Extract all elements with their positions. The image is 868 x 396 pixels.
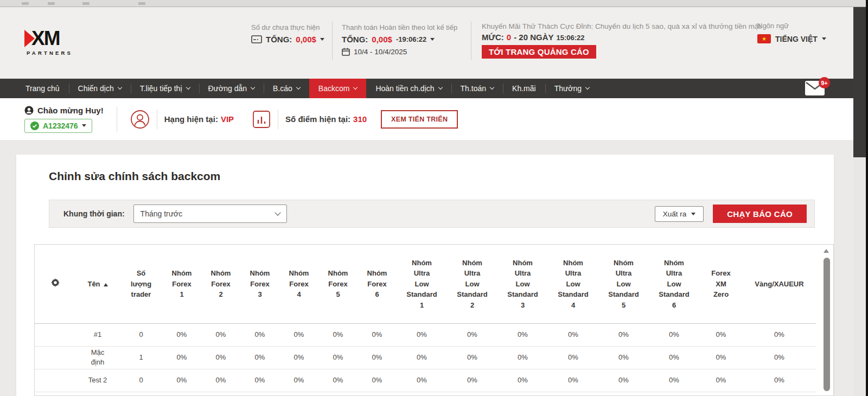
rate-cell: 0% bbox=[162, 323, 201, 346]
column-header-ultra-1[interactable]: Nhóm Ultra Low Standard 1 bbox=[397, 245, 447, 323]
table-scrollbar-thumb[interactable] bbox=[824, 258, 830, 391]
nav-label: Hoàn tiền ch.dịch bbox=[375, 84, 434, 93]
promo-cta-button[interactable]: TỚI TRANG QUẢNG CÁO bbox=[482, 45, 596, 59]
timeframe-select[interactable]: Tháng trước bbox=[133, 205, 287, 223]
backcom-policy-table: Tên Số lượng trader Nhóm Forex 1 Nhóm Fo… bbox=[35, 245, 816, 392]
column-header-forex-1[interactable]: Nhóm Forex 1 bbox=[162, 245, 201, 323]
view-progress-button[interactable]: XEM TIẾN TRIỂN bbox=[381, 110, 458, 129]
greeting-block: Chào mừng Huy! A1232476 bbox=[24, 106, 104, 133]
nav-item-tlieu-tiep-thi[interactable]: T.liệu tiếp thị bbox=[131, 79, 199, 98]
column-header-name[interactable]: Tên bbox=[75, 245, 120, 323]
nav-label: Kh.mãi bbox=[512, 84, 536, 93]
chevron-down-icon bbox=[353, 85, 358, 90]
promo-countdown: 15:06:22 bbox=[556, 34, 584, 42]
chevron-down-icon bbox=[117, 85, 122, 90]
column-header-forex-2[interactable]: Nhóm Forex 2 bbox=[201, 245, 240, 323]
browser-toolbar-remnant bbox=[0, 0, 868, 7]
points-value: 310 bbox=[353, 114, 367, 124]
nav-label: B.cáo bbox=[273, 84, 292, 93]
column-header-forex-3[interactable]: Nhóm Forex 3 bbox=[240, 245, 279, 323]
rate-cell: 0% bbox=[358, 346, 397, 369]
rate-cell: 0% bbox=[743, 323, 816, 346]
column-settings-header bbox=[35, 245, 75, 323]
next-rebate-dropdown[interactable]: TỔNG: 0,00$ -19:06:22 bbox=[342, 35, 457, 44]
content-card: Chỉnh sửa chính sách backcom Khung thời … bbox=[16, 155, 834, 396]
column-header-traders[interactable]: Số lượng trader bbox=[120, 245, 162, 323]
nav-item-thuong[interactable]: Thưởng bbox=[545, 79, 598, 98]
pending-balance-section: Số dư chưa thực hiện TỔNG: 0,00$ bbox=[251, 23, 324, 44]
rate-cell: 0% bbox=[279, 346, 318, 369]
rate-cell: 0% bbox=[649, 323, 699, 346]
column-header-forex-6[interactable]: Nhóm Forex 6 bbox=[358, 245, 397, 323]
pending-total-amount: 0,00$ bbox=[296, 35, 316, 44]
policy-name-cell: #1 bbox=[75, 323, 120, 346]
export-button[interactable]: Xuất ra bbox=[655, 206, 704, 222]
chevron-down-icon bbox=[186, 85, 190, 90]
column-label: Nhóm Forex 5 bbox=[328, 268, 348, 300]
nav-item-trang-chu[interactable]: Trang chủ bbox=[16, 79, 69, 98]
rate-cell: 0% bbox=[318, 369, 358, 392]
column-header-ultra-4[interactable]: Nhóm Ultra Low Standard 4 bbox=[548, 245, 598, 323]
nav-item-khmai[interactable]: Kh.mãi bbox=[503, 79, 545, 98]
column-header-xm-zero[interactable]: Forex XM Zero bbox=[699, 245, 743, 323]
rate-cell: 0% bbox=[699, 323, 743, 346]
toolbar-icon-fragment bbox=[82, 2, 90, 5]
pending-balance-dropdown[interactable]: TỔNG: 0,00$ bbox=[251, 35, 324, 44]
rate-cell: 0% bbox=[318, 323, 358, 346]
caret-down-icon bbox=[822, 37, 826, 40]
table-row: #1 0 0% 0% 0% 0% 0% 0% 0% 0% 0% 0% 0% 0%… bbox=[35, 323, 816, 346]
next-rebate-amount: 0,00$ bbox=[372, 35, 392, 44]
next-rebate-section: Thanh toán Hoàn tiền theo lot kế tiếp TỔ… bbox=[342, 23, 457, 56]
nav-item-chien-dich[interactable]: Chiến dịch bbox=[69, 79, 131, 98]
promo-level-label: MỨC: bbox=[482, 33, 504, 42]
window-scrollbar-thumb[interactable] bbox=[853, 7, 866, 157]
column-header-ultra-3[interactable]: Nhóm Ultra Low Standard 3 bbox=[497, 245, 548, 323]
account-selector[interactable]: A1232476 bbox=[24, 119, 92, 133]
account-id: A1232476 bbox=[43, 122, 78, 130]
row-settings-cell bbox=[35, 369, 75, 392]
filter-bar: Khung thời gian: Tháng trước Xuất ra CHẠ… bbox=[49, 200, 815, 228]
nav-item-backcom[interactable]: Backcom bbox=[309, 79, 367, 98]
column-label: Nhóm Forex 2 bbox=[211, 268, 231, 300]
chevron-down-icon bbox=[275, 209, 280, 215]
nav-label: Chiến dịch bbox=[78, 84, 114, 93]
column-header-forex-4[interactable]: Nhóm Forex 4 bbox=[279, 245, 318, 323]
promo-title: Khuyến Mãi Thử Thách Cực Đỉnh: Chuyến du… bbox=[482, 22, 761, 30]
column-header-forex-5[interactable]: Nhóm Forex 5 bbox=[318, 245, 358, 323]
language-label: Ngôn ngữ bbox=[757, 22, 826, 30]
chevron-down-icon bbox=[251, 85, 255, 90]
nav-item-duong-dan[interactable]: Đường dẫn bbox=[199, 79, 264, 98]
rate-cell: 0% bbox=[548, 369, 598, 392]
policy-name-cell: Test 2 bbox=[75, 369, 120, 392]
column-header-ultra-6[interactable]: Nhóm Ultra Low Standard 6 bbox=[649, 245, 699, 323]
rate-cell: 0% bbox=[699, 369, 743, 392]
timeframe-value: Tháng trước bbox=[141, 209, 183, 218]
language-selector[interactable]: ★ TIẾNG VIỆT bbox=[757, 34, 826, 43]
column-label: Tên bbox=[87, 280, 100, 288]
column-header-ultra-2[interactable]: Nhóm Ultra Low Standard 2 bbox=[447, 245, 497, 323]
column-header-ultra-5[interactable]: Nhóm Ultra Low Standard 5 bbox=[598, 245, 649, 323]
caret-down-icon bbox=[430, 38, 435, 41]
column-label: Nhóm Ultra Low Standard 1 bbox=[406, 258, 437, 311]
column-label: Nhóm Ultra Low Standard 6 bbox=[659, 258, 689, 311]
export-label: Xuất ra bbox=[663, 210, 687, 218]
column-label: Forex XM Zero bbox=[711, 268, 730, 300]
user-icon bbox=[24, 106, 34, 115]
run-report-button[interactable]: CHẠY BÁO CÁO bbox=[713, 205, 807, 223]
rate-cell: 0% bbox=[201, 323, 240, 346]
xm-partners-logo[interactable]: XM PARTNERS bbox=[24, 28, 73, 56]
rate-cell: 0% bbox=[699, 346, 743, 369]
row-settings-cell bbox=[35, 323, 75, 346]
window-scrollbar[interactable] bbox=[853, 7, 866, 396]
site-header: XM PARTNERS Số dư chưa thực hiện TỔNG: 0… bbox=[0, 8, 868, 79]
column-header-xaueur[interactable]: Vàng/XAUEUR bbox=[743, 245, 816, 323]
rate-cell: 0% bbox=[598, 346, 649, 369]
inbox-button[interactable]: 9+ bbox=[805, 81, 825, 98]
pending-balance-label: Số dư chưa thực hiện bbox=[251, 23, 324, 31]
scroll-up-icon[interactable] bbox=[824, 249, 829, 253]
gear-icon[interactable] bbox=[51, 278, 60, 287]
nav-item-bcao[interactable]: B.cáo bbox=[264, 79, 309, 98]
nav-item-hoan-tien-chdich[interactable]: Hoàn tiền ch.dịch bbox=[366, 79, 451, 98]
nav-item-thtoan[interactable]: Th.toán bbox=[451, 79, 503, 98]
next-rebate-label: Thanh toán Hoàn tiền theo lot kế tiếp bbox=[342, 23, 457, 31]
